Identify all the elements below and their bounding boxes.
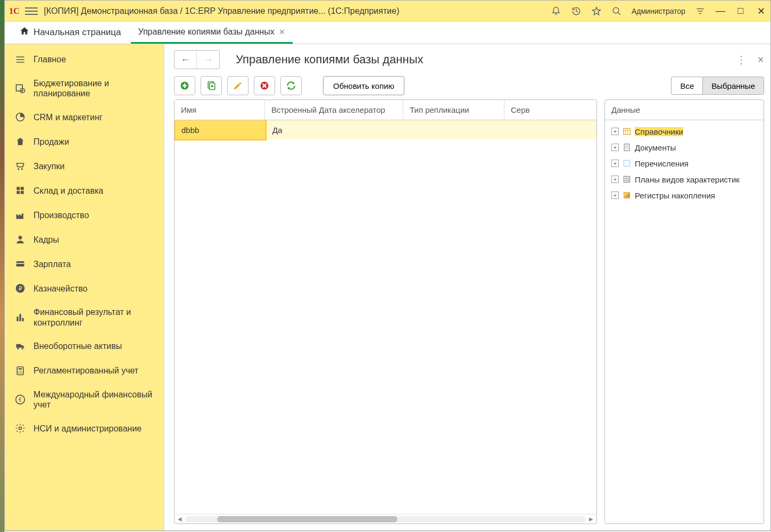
ruble-icon: ₽ — [14, 282, 26, 294]
expand-icon[interactable]: + — [611, 192, 619, 199]
update-copy-button[interactable]: Обновить копию — [323, 76, 404, 95]
sidebar-item-admin[interactable]: НСИ и администрирование — [5, 416, 164, 440]
user-name[interactable]: Администратор — [632, 7, 685, 15]
sidebar-item-ifrs[interactable]: € Международный финансовый учет — [5, 383, 164, 416]
sidebar-item-label: Закупки — [34, 161, 154, 171]
tree-item-registers[interactable]: + Регистры накопления — [607, 187, 761, 203]
sidebar-item-assets[interactable]: Внеоборотные активы — [5, 334, 164, 359]
sidebar-item-main[interactable]: Главное — [5, 47, 164, 72]
svg-rect-30 — [624, 144, 629, 151]
filter-selected-button[interactable]: Выбранные — [702, 77, 764, 95]
bell-icon[interactable] — [551, 6, 561, 16]
settings-lines-icon[interactable] — [695, 6, 706, 16]
close-page-icon[interactable]: ✕ — [757, 55, 764, 65]
euro-icon: € — [14, 394, 26, 405]
scroll-track[interactable] — [185, 516, 586, 522]
svg-rect-6 — [21, 187, 24, 190]
sidebar-item-sales[interactable]: Продажи — [5, 129, 164, 154]
sidebar-item-warehouse[interactable]: Склад и доставка — [5, 178, 164, 203]
column-server[interactable]: Серв — [504, 100, 596, 120]
sidebar-item-label: Финансовый результат и контроллинг — [34, 307, 154, 327]
workspace: ← → Управление копиями базы данных ⋮ ✕ О… — [164, 44, 770, 530]
svg-point-9 — [19, 236, 22, 240]
sidebar-item-purchase[interactable]: Закупки — [5, 154, 164, 178]
search-icon[interactable] — [611, 6, 622, 16]
document-icon — [622, 143, 632, 152]
sidebar-item-hr[interactable]: Кадры — [5, 227, 164, 252]
sidebar-item-finance[interactable]: Финансовый результат и контроллинг — [5, 301, 164, 334]
sidebar-item-label: Внеоборотные активы — [34, 341, 154, 351]
tree-item-label: Регистры накопления — [635, 191, 715, 200]
column-replication[interactable]: Тип репликации — [403, 100, 504, 120]
table-row[interactable]: dbbb Да — [175, 120, 596, 139]
person-icon — [14, 234, 26, 245]
tree-item-plans[interactable]: + Планы видов характеристик — [607, 171, 761, 187]
toolbar: Обновить копию Все Выбранные — [174, 76, 764, 95]
sidebar-item-label: Продажи — [34, 137, 154, 147]
tree-item-catalogs[interactable]: + Справочники — [607, 123, 761, 139]
tree-item-enums[interactable]: + Перечисления — [607, 155, 761, 171]
column-builtin[interactable]: Встроенный Дата акселератор — [265, 100, 403, 120]
tree-item-label: Планы видов характеристик — [635, 175, 740, 184]
expand-icon[interactable]: + — [611, 128, 619, 135]
tab-close-icon[interactable]: ✕ — [279, 28, 285, 36]
minimize-button[interactable]: — — [715, 5, 726, 16]
nav-back-button[interactable]: ← — [175, 51, 197, 69]
page-title: Управление копиями базы данных — [236, 53, 736, 66]
tree-item-label: Перечисления — [635, 159, 689, 168]
tree-item-documents[interactable]: + Документы — [607, 139, 761, 155]
edit-button[interactable] — [227, 76, 248, 95]
add-button[interactable] — [174, 76, 195, 95]
history-icon[interactable] — [571, 6, 582, 16]
sidebar-item-crm[interactable]: CRM и маркетинг — [5, 105, 164, 129]
budget-icon: ₽ — [14, 82, 26, 94]
data-panel: Данные + Справочники + Документы — [604, 99, 764, 524]
sidebar-item-budget[interactable]: ₽ Бюджетирование и планирование — [5, 72, 164, 105]
home-icon — [20, 26, 29, 38]
sidebar-item-production[interactable]: Производство — [5, 203, 164, 227]
scroll-thumb[interactable] — [217, 516, 397, 522]
refresh-button[interactable] — [280, 76, 302, 95]
expand-icon[interactable]: + — [611, 160, 619, 167]
copies-table: Имя Встроенный Дата акселератор Тип репл… — [174, 99, 597, 524]
svg-text:€: € — [19, 396, 22, 403]
sidebar-item-treasury[interactable]: ₽ Казначейство — [5, 276, 164, 301]
factory-icon — [14, 209, 26, 221]
column-name[interactable]: Имя — [175, 100, 265, 120]
grid-icon — [14, 185, 26, 196]
delete-button[interactable] — [254, 76, 275, 95]
scroll-right-icon[interactable]: ▶ — [589, 516, 593, 522]
enum-icon — [622, 159, 632, 168]
sidebar-item-label: Регламентированный учет — [34, 365, 154, 376]
home-tab[interactable]: Начальная страница — [10, 21, 131, 44]
filter-tabs: Все Выбранные — [671, 77, 764, 95]
nav-forward-button[interactable]: → — [197, 51, 219, 69]
body-layout: Главное ₽ Бюджетирование и планирование … — [5, 44, 770, 530]
sidebar-item-label: НСИ и администрирование — [34, 423, 154, 434]
expand-icon[interactable]: + — [611, 176, 619, 183]
nav-group: ← → — [174, 50, 220, 69]
content-panes: Имя Встроенный Дата акселератор Тип репл… — [174, 99, 764, 524]
scroll-left-icon[interactable]: ◀ — [178, 516, 182, 522]
copy-button[interactable] — [201, 76, 222, 95]
maximize-button[interactable]: □ — [735, 5, 746, 16]
main-menu-icon[interactable] — [25, 5, 38, 18]
horizontal-scrollbar[interactable]: ◀ ▶ — [175, 514, 596, 523]
more-options-icon[interactable]: ⋮ — [736, 53, 747, 66]
sidebar-item-label: Бюджетирование и планирование — [34, 78, 154, 98]
close-window-button[interactable]: ✕ — [756, 5, 766, 17]
svg-rect-32 — [624, 176, 629, 182]
expand-icon[interactable]: + — [611, 144, 619, 151]
tab-db-copies[interactable]: Управление копиями базы данных ✕ — [131, 22, 293, 44]
star-icon[interactable] — [591, 6, 602, 16]
svg-point-20 — [20, 372, 21, 373]
sidebar-item-regulated[interactable]: Регламентированный учет — [5, 359, 164, 383]
sidebar-item-salary[interactable]: Зарплата — [5, 252, 164, 276]
cell-name[interactable]: dbbb — [175, 120, 266, 139]
filter-all-button[interactable]: Все — [671, 77, 702, 95]
svg-rect-8 — [21, 191, 24, 194]
sidebar-item-label: Производство — [34, 210, 154, 220]
sidebar-item-label: Главное — [34, 54, 154, 64]
home-tab-label: Начальная страница — [34, 27, 121, 38]
bag-icon — [14, 136, 26, 147]
